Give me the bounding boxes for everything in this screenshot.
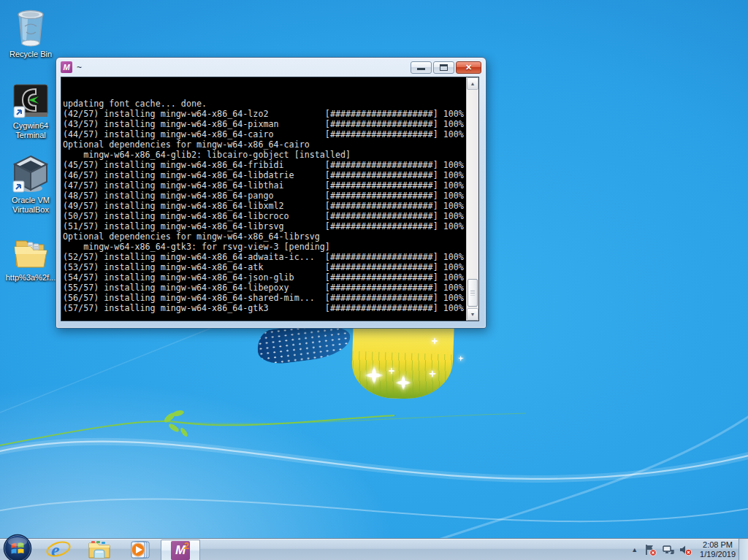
- wallpaper-sparkle: [365, 366, 383, 385]
- folder-icon: [12, 234, 50, 272]
- terminal-text: updating font cache... done. (42/57) ins…: [61, 77, 466, 321]
- scrollbar-down-button[interactable]: ▼: [467, 308, 478, 321]
- terminal-scrollbar[interactable]: ▲ ▼: [466, 77, 478, 321]
- mintty-window: M ~ ✕ updating font cache... done. (42/5…: [56, 57, 486, 329]
- taskbar: e: [0, 538, 748, 560]
- action-center-flag-icon[interactable]: [644, 544, 657, 556]
- maximize-button[interactable]: [433, 61, 454, 74]
- desktop-icon-http-folder[interactable]: http%3a%2f...: [1, 234, 60, 283]
- wallpaper-sparkle: [395, 375, 411, 391]
- taskbar-apps: e: [38, 539, 200, 560]
- terminal-content[interactable]: updating font cache... done. (42/57) ins…: [61, 77, 479, 321]
- taskbar-msys-button[interactable]: M2: [161, 540, 200, 560]
- wallpaper-sparkle: [428, 369, 436, 377]
- network-icon[interactable]: [662, 544, 674, 556]
- desktop: Recycle Bin Cygwin64 Terminal: [0, 0, 748, 560]
- msys-window-icon: M: [61, 61, 72, 73]
- media-player-icon: [129, 540, 152, 560]
- clock-date: 1/19/2019: [700, 550, 736, 559]
- taskbar-internet-explorer-button[interactable]: e: [38, 539, 79, 560]
- window-titlebar[interactable]: M ~ ✕: [56, 58, 486, 77]
- start-button[interactable]: [2, 534, 33, 560]
- taskbar-explorer-button[interactable]: [79, 539, 120, 560]
- recycle-bin-icon: [12, 6, 50, 48]
- desktop-icon-label: Oracle VM VirtualBox: [1, 196, 60, 215]
- close-icon: ✕: [465, 63, 472, 72]
- desktop-icon-label: http%3a%2f...: [1, 273, 60, 283]
- maximize-icon: [440, 64, 448, 71]
- wallpaper-grass: [351, 350, 453, 400]
- scrollbar-thumb[interactable]: [468, 279, 478, 307]
- explorer-folder-icon: [88, 540, 111, 559]
- desktop-icon-cygwin64-terminal[interactable]: Cygwin64 Terminal: [1, 83, 60, 140]
- wallpaper-sparkle: [388, 367, 395, 375]
- minimize-icon: [417, 64, 425, 70]
- desktop-icon-label: Recycle Bin: [1, 50, 60, 59]
- msys2-icon: M2: [171, 541, 190, 560]
- taskbar-media-player-button[interactable]: [120, 539, 161, 560]
- window-controls: ✕: [411, 61, 481, 74]
- cygwin-terminal-icon: [12, 83, 49, 120]
- desktop-icon-label: Cygwin64 Terminal: [1, 121, 60, 140]
- scrollbar-up-button[interactable]: ▲: [467, 77, 478, 90]
- desktop-icon-recycle-bin[interactable]: Recycle Bin: [1, 6, 60, 59]
- minimize-button[interactable]: [411, 61, 432, 74]
- wallpaper-vine-leaves: [163, 410, 189, 438]
- wallpaper-flag-yellow-pane: [351, 323, 454, 401]
- clock-time: 2:08 PM: [700, 540, 736, 550]
- window-title: ~: [77, 62, 411, 72]
- volume-muted-icon[interactable]: [679, 544, 692, 556]
- terminal-output: updating font cache... done. (42/57) ins…: [63, 99, 466, 313]
- msys2-icon-suffix: 2: [184, 541, 189, 551]
- internet-explorer-icon: e: [45, 540, 72, 560]
- wallpaper-sparkle: [431, 337, 438, 345]
- wallpaper-sparkle: [458, 356, 464, 361]
- hidden-icons-chevron-icon[interactable]: ▲: [630, 545, 639, 555]
- virtualbox-icon: [12, 153, 50, 194]
- taskbar-clock[interactable]: 2:08 PM 1/19/2019: [697, 540, 739, 559]
- scroll-down-icon: ▼: [470, 312, 476, 317]
- show-desktop-button[interactable]: [739, 539, 748, 560]
- windows-start-icon: [2, 534, 33, 560]
- scroll-up-icon: ▲: [470, 81, 476, 86]
- desktop-icon-virtualbox[interactable]: Oracle VM VirtualBox: [1, 153, 60, 215]
- close-button[interactable]: ✕: [456, 61, 481, 74]
- system-tray: ▲ 2:08 PM 1/19/2019: [630, 539, 739, 560]
